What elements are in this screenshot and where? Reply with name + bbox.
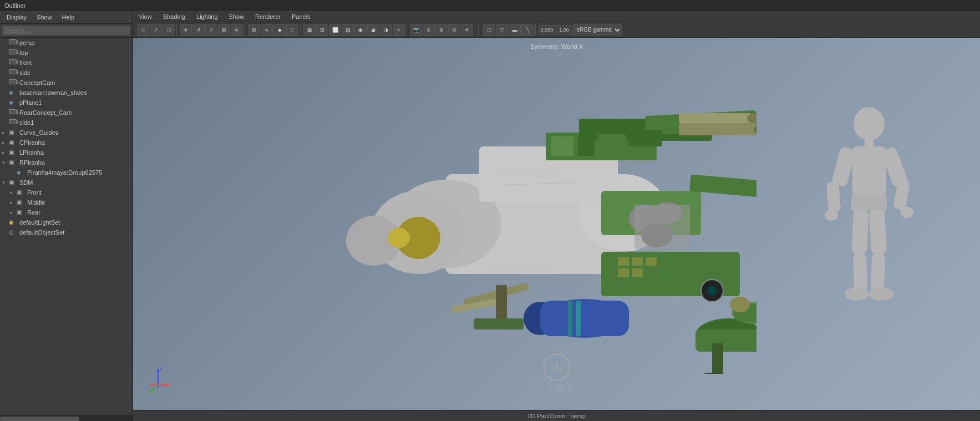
spacecraft-3d-view xyxy=(257,41,756,374)
outliner-item-Front[interactable]: ▸▣Front xyxy=(0,187,133,197)
lasso-tool-btn[interactable]: ↗ xyxy=(150,24,162,36)
paint-sel-btn[interactable]: ◻ xyxy=(163,24,175,36)
texture-btn[interactable]: ▤ xyxy=(342,24,354,36)
svg-rect-52 xyxy=(629,130,662,146)
cam-fly-btn[interactable]: ✈ xyxy=(461,24,473,36)
outliner-item-LPiranha[interactable]: ▸▣LPiranha xyxy=(0,148,133,158)
svg-rect-42 xyxy=(646,257,657,266)
svg-point-46 xyxy=(708,286,717,295)
cam-aim-btn[interactable]: ◎ xyxy=(448,24,460,36)
scrollbar-thumb-h[interactable] xyxy=(0,417,79,421)
light-btn[interactable]: ◉ xyxy=(354,24,367,36)
main-layout: Display Show Help persp top front side C… xyxy=(0,11,980,421)
outliner-sidebar: Display Show Help persp top front side C… xyxy=(0,11,133,421)
svg-rect-66 xyxy=(869,209,887,254)
outliner-item-CPiranha[interactable]: ▸▣CPiranha xyxy=(0,138,133,148)
outliner-item-Curve_Guides[interactable]: ▸▣Curve_Guides xyxy=(0,128,133,138)
tree-icon-front xyxy=(9,59,18,66)
select-tool-btn[interactable]: ⊹ xyxy=(137,24,149,36)
menu-display[interactable]: Display xyxy=(4,13,29,22)
outliner-item-Rear[interactable]: ▸▣Rear xyxy=(0,207,133,217)
tree-icon-side1 xyxy=(9,119,18,126)
toolbar-group-selection: ⬡ ▽ ▬ ╲ xyxy=(481,24,536,36)
outliner-item-ConceptCam[interactable]: ConceptCam xyxy=(0,78,133,88)
cam-select-btn[interactable]: ⊙ xyxy=(423,24,435,36)
viewport-menu-view[interactable]: View xyxy=(136,12,154,21)
outliner-label-Middle: Middle xyxy=(27,199,45,206)
outliner-label-Rear: Rear xyxy=(27,209,40,216)
outliner-label-Piranha4maya_Group: Piranha4maya:Group62575 xyxy=(27,169,102,176)
outliner-item-side1[interactable]: side1 xyxy=(0,118,133,128)
outliner-label-RearConcept_Cam: RearConcept_Cam xyxy=(19,109,72,116)
sel-mode-obj-btn[interactable]: ⬡ xyxy=(483,24,495,36)
toolbar-sep-1 xyxy=(478,24,479,35)
outliner-item-Middle[interactable]: ▸▣Middle xyxy=(0,197,133,207)
rotate-tool-btn[interactable]: ↺ xyxy=(192,24,205,36)
outliner-item-Piranha4maya_Group[interactable]: ◈Piranha4maya:Group62575 xyxy=(0,168,133,177)
menu-show[interactable]: Show xyxy=(34,13,54,22)
human-figure xyxy=(825,104,913,298)
universal-manip-btn[interactable]: ⊞ xyxy=(218,24,230,36)
color-space-select[interactable]: sRGB gamma xyxy=(573,24,622,35)
outliner-label-CPiranha: CPiranha xyxy=(19,139,45,146)
menu-help[interactable]: Help xyxy=(60,13,77,22)
outliner-label-top: top xyxy=(19,49,28,56)
viewport-menu-renderer[interactable]: Renderer xyxy=(253,12,283,21)
viewport-canvas[interactable]: Symmetry: World X xyxy=(133,38,980,410)
outliner-item-pPlane1[interactable]: ◈pPlane1 xyxy=(0,98,133,108)
aa-btn[interactable]: ✧ xyxy=(393,24,405,36)
svg-rect-16 xyxy=(679,123,756,135)
tree-icon-side xyxy=(9,69,18,76)
viewport-toolbar: ⊹ ↗ ◻ ✛ ↺ ⤢ ⊞ ≋ ⊞ ∿ ◆ □ ▦ ⊟ ⬜ ▤ xyxy=(133,22,980,38)
soft-mod-btn[interactable]: ≋ xyxy=(231,24,243,36)
sel-mode-edge-btn[interactable]: ╲ xyxy=(521,24,534,36)
sel-mode-comp-btn[interactable]: ▽ xyxy=(496,24,508,36)
viewport-menu-lighting[interactable]: Lighting xyxy=(194,12,220,21)
display-mode-btn[interactable]: ▦ xyxy=(303,24,316,36)
viewport-menu-shading[interactable]: Shading xyxy=(161,12,187,21)
outliner-item-RearConcept_Cam[interactable]: RearConcept_Cam xyxy=(0,108,133,118)
viewport-menu-show[interactable]: Show xyxy=(227,12,247,21)
smooth-btn[interactable]: ⬜ xyxy=(329,24,341,36)
outliner-item-RPiranha[interactable]: ▾▣RPiranha xyxy=(0,158,133,168)
tree-arrow-SDM: ▾ xyxy=(2,180,9,185)
svg-rect-48 xyxy=(576,301,581,336)
outliner-item-defaultObjectSet[interactable]: ◎defaultObjectSet xyxy=(0,227,133,237)
scale-tool-btn[interactable]: ⤢ xyxy=(205,24,217,36)
outliner-label-defaultObjectSet: defaultObjectSet xyxy=(19,229,64,236)
cam-pivot-btn[interactable]: ⊕ xyxy=(435,24,448,36)
outliner-item-top[interactable]: top xyxy=(0,48,133,58)
outliner-item-baseman_shoes[interactable]: ◈baseman:lowman_shoes xyxy=(0,88,133,98)
outliner-item-persp[interactable]: persp xyxy=(0,38,133,48)
view-snap-btn[interactable]: □ xyxy=(286,24,298,36)
outliner-list[interactable]: persp top front side ConceptCam ◈baseman… xyxy=(0,38,133,415)
wireframe-btn[interactable]: ⊟ xyxy=(316,24,328,36)
viewport-menu-panels[interactable]: Panels xyxy=(290,12,313,21)
svg-rect-41 xyxy=(632,257,643,266)
curve-snap-btn[interactable]: ∿ xyxy=(261,24,273,36)
search-input[interactable] xyxy=(2,26,130,35)
move-tool-btn[interactable]: ✛ xyxy=(180,24,192,36)
ao-btn[interactable]: ◑ xyxy=(380,24,392,36)
sel-mode-face-btn[interactable]: ▬ xyxy=(509,24,521,36)
shadow-btn[interactable]: ◕ xyxy=(367,24,379,36)
grid-snap-btn[interactable]: ⊞ xyxy=(248,24,260,36)
outliner-item-defaultLightSet[interactable]: ◉defaultLightSet xyxy=(0,217,133,227)
svg-point-61 xyxy=(900,207,913,218)
outliner-item-SDM[interactable]: ▾▣SDM xyxy=(0,177,133,187)
sidebar-scrollbar-horizontal[interactable] xyxy=(0,415,133,421)
svg-point-36 xyxy=(730,297,750,312)
tree-icon-RearConcept_Cam xyxy=(9,109,18,116)
svg-rect-40 xyxy=(618,257,629,266)
svg-rect-32 xyxy=(712,343,723,374)
svg-rect-64 xyxy=(853,253,867,292)
viewport-menu-bar: View Shading Lighting Show Renderer Pane… xyxy=(133,11,980,22)
tree-icon-Front: ▣ xyxy=(17,189,26,196)
svg-rect-47 xyxy=(568,301,572,336)
svg-point-65 xyxy=(845,287,869,301)
point-snap-btn[interactable]: ◆ xyxy=(273,24,286,36)
tree-icon-LPiranha: ▣ xyxy=(9,149,18,156)
outliner-item-side[interactable]: side xyxy=(0,68,133,78)
outliner-item-front[interactable]: front xyxy=(0,58,133,68)
camera-btn[interactable]: 📷 xyxy=(410,24,422,36)
